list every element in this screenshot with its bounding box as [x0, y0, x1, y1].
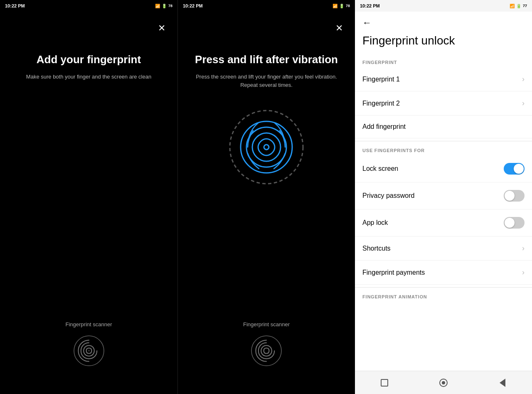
left-scanner-label: Fingerprint scanner [66, 321, 112, 328]
left-title: Add your fingerprint [26, 53, 151, 66]
nav-home-icon [439, 379, 448, 387]
left-status-bar: 10:22 PM 📶 🔋 78 [0, 0, 177, 12]
lock-screen-toggle[interactable] [504, 163, 525, 175]
privacy-password-item[interactable]: Privacy password [355, 182, 532, 209]
middle-status-bar: 10:22 PM 📶 🔋 78 [178, 0, 355, 12]
middle-panel: 10:22 PM 📶 🔋 78 ✕ Press and lift after v… [177, 0, 355, 394]
middle-fingerprint-big [225, 106, 308, 189]
app-lock-toggle-thumb [505, 218, 515, 228]
back-button[interactable]: ← [355, 12, 532, 31]
fingerprint1-label: Fingerprint 1 [362, 76, 400, 83]
shortcuts-label: Shortcuts [362, 245, 391, 252]
app-lock-item[interactable]: App lock [355, 209, 532, 236]
right-time: 10:22 PM [360, 3, 380, 8]
page-title: Fingerprint unlock [355, 31, 532, 56]
right-panel: 10:22 PM 📶 🔋 77 ← Fingerprint unlock FIN… [355, 0, 532, 394]
right-status-icons: 📶 🔋 77 [510, 4, 527, 8]
middle-close-button[interactable]: ✕ [332, 21, 347, 36]
privacy-password-label: Privacy password [362, 192, 414, 199]
left-content: Add your fingerprint Make sure both your… [14, 53, 164, 81]
app-lock-label: App lock [362, 219, 388, 227]
right-status-bar: 10:22 PM 📶 🔋 77 [355, 0, 532, 12]
middle-fingerprint-icon [250, 334, 283, 369]
nav-home-button[interactable] [436, 375, 451, 390]
shortcuts-item[interactable]: Shortcuts › [355, 236, 532, 261]
fingerprint2-chevron-icon: › [522, 99, 525, 108]
divider-1 [355, 141, 532, 141]
add-fingerprint-label: Add fingerprint [362, 123, 406, 131]
add-fingerprint-item[interactable]: Add fingerprint [355, 116, 532, 138]
divider-2 [355, 287, 532, 288]
nav-recents-button[interactable] [377, 375, 392, 390]
left-close-button[interactable]: ✕ [154, 21, 169, 36]
left-panel: 10:22 PM 📶 🔋 78 ✕ Add your fingerprint M… [0, 0, 177, 394]
middle-title: Press and lift after vibration [190, 53, 342, 66]
fingerprint-payments-label: Fingerprint payments [362, 269, 425, 276]
app-lock-toggle[interactable] [504, 217, 525, 229]
bottom-navigation [355, 371, 532, 394]
fingerprint2-label: Fingerprint 2 [362, 100, 400, 107]
fingerprint-payments-item[interactable]: Fingerprint payments › [355, 261, 532, 285]
left-time: 10:22 PM [5, 3, 25, 8]
middle-content: Press and lift after vibration Press the… [178, 53, 355, 89]
fingerprint1-chevron-icon: › [522, 75, 525, 84]
section-animation-label: FINGERPRINT ANIMATION [355, 290, 532, 302]
nav-recents-icon [381, 379, 388, 387]
middle-time: 10:22 PM [183, 3, 203, 8]
left-fingerprint-icon [72, 334, 106, 369]
nav-back-icon [500, 379, 505, 387]
lock-screen-item[interactable]: Lock screen [355, 155, 532, 182]
fingerprint2-item[interactable]: Fingerprint 2 › [355, 91, 532, 116]
nav-back-button[interactable] [495, 375, 510, 390]
privacy-password-toggle-thumb [505, 191, 515, 201]
lock-screen-toggle-thumb [514, 164, 524, 174]
shortcuts-chevron-icon: › [522, 244, 525, 253]
left-status-icons: 📶 🔋 78 [155, 4, 172, 8]
privacy-password-toggle[interactable] [504, 190, 525, 202]
lock-screen-label: Lock screen [362, 165, 398, 172]
fingerprint-payments-chevron-icon: › [522, 268, 525, 277]
middle-status-icons: 📶 🔋 78 [332, 4, 350, 8]
section-use-for-label: USE FINGERPRINTS FOR [355, 144, 532, 155]
middle-subtitle: Press the screen and lift your finger af… [190, 73, 342, 89]
middle-scanner-label: Fingerprint scanner [243, 321, 290, 328]
section-fingerprint-label: FINGERPRINT [355, 56, 532, 67]
left-subtitle: Make sure both your finger and the scree… [26, 73, 151, 81]
fingerprint1-item[interactable]: Fingerprint 1 › [355, 67, 532, 91]
